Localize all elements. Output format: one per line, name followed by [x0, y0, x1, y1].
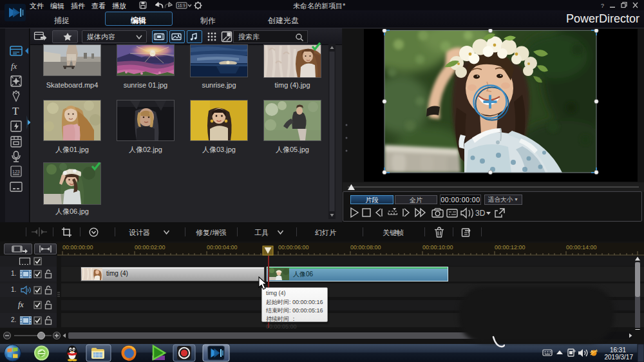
svg-text:2019/3/17: 2019/3/17 [605, 354, 634, 361]
svg-text:?: ? [601, 3, 604, 8]
svg-text:00:00:12:00: 00:00:12:00 [495, 244, 526, 251]
svg-text:123: 123 [12, 169, 20, 174]
svg-text:3D: 3D [475, 209, 486, 218]
svg-text:00:00:06:00: 00:00:06:00 [278, 244, 309, 251]
svg-text:16:9: 16:9 [178, 3, 186, 8]
svg-text:00:00:04:00: 00:00:04:00 [207, 244, 238, 251]
svg-text:16:31: 16:31 [610, 347, 626, 354]
svg-text:00:00:00:00: 00:00:00:00 [62, 244, 93, 251]
svg-text:fx: fx [11, 61, 17, 71]
svg-text:T: T [12, 105, 19, 117]
svg-text:00:00:08:00: 00:00:08:00 [350, 244, 381, 251]
svg-text:00:00:14:00: 00:00:14:00 [566, 244, 597, 251]
svg-text:00:00:02:00: 00:00:02:00 [135, 244, 166, 251]
svg-text:00:00:10:00: 00:00:10:00 [422, 244, 453, 251]
